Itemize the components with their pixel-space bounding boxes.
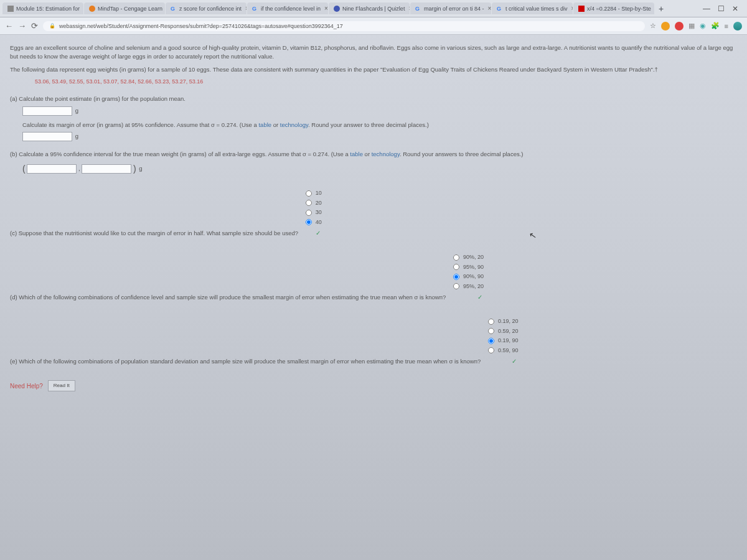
extension-icon[interactable]: ◉ xyxy=(700,22,706,30)
new-tab-button[interactable]: + xyxy=(655,4,667,14)
part-c: (c) Suppose that the nutritionist would … xyxy=(10,184,737,240)
option-row[interactable]: 90%, 20 xyxy=(451,253,486,263)
favicon-quizlet-icon xyxy=(334,6,340,12)
radio-059-20[interactable] xyxy=(488,328,494,334)
intro-text: Eggs are an excellent source of choline … xyxy=(10,44,737,62)
extensions-icon[interactable]: 🧩 xyxy=(711,22,720,30)
part-d: (d) Which of the following combinations … xyxy=(10,248,737,304)
question-text: Suppose that the nutritionist would like… xyxy=(19,230,298,236)
part-d-options: 90%, 20 95%, 90 90%, 90 95%, 20 ✓ xyxy=(450,252,487,304)
part-label: (b) xyxy=(10,151,17,157)
ci-lower-input[interactable] xyxy=(27,164,77,174)
radio-95-20[interactable] xyxy=(453,283,459,289)
part-c-options: 10 20 30 40 ✓ xyxy=(303,188,325,240)
tab-symbolab[interactable]: x/4 =0.2284 - Step-by-Ste × xyxy=(573,2,654,14)
part-a: (a) Calculate the point estimate (in gra… xyxy=(10,95,737,141)
toolbar-icons: ☆ ▦ ◉ 🧩 ≡ xyxy=(650,22,742,30)
favicon-symbolab-icon xyxy=(578,6,585,12)
open-paren: ( xyxy=(22,164,26,174)
radio-019-20[interactable] xyxy=(488,319,494,325)
back-icon[interactable]: ← xyxy=(5,21,13,30)
option-row[interactable]: 20 xyxy=(303,198,324,208)
tab-google-zscore[interactable]: G z score for confidence int × xyxy=(166,2,247,14)
option-row[interactable]: 40 xyxy=(303,218,324,228)
option-row[interactable]: 0.59, 90 xyxy=(486,346,521,356)
minimize-icon[interactable]: — xyxy=(703,4,710,13)
option-row[interactable]: 10 xyxy=(303,189,324,198)
profile-avatar[interactable] xyxy=(733,22,742,30)
question-text: Calculate the point estimate (in grams) … xyxy=(19,95,186,102)
mouse-cursor-icon: ↖ xyxy=(529,230,538,241)
reading-list-icon[interactable]: ≡ xyxy=(725,22,728,30)
option-row[interactable]: 95%, 20 xyxy=(451,282,486,292)
tab-label: MindTap - Cengage Learn xyxy=(98,6,162,12)
maximize-icon[interactable]: ☐ xyxy=(718,4,725,13)
close-icon[interactable]: × xyxy=(488,5,491,12)
question-text: Calculate a 95% confidence interval for … xyxy=(19,151,350,157)
point-estimate-input[interactable] xyxy=(22,106,72,116)
star-icon[interactable]: ☆ xyxy=(650,22,656,30)
part-label: (d) xyxy=(10,294,17,301)
option-row[interactable]: 0.59, 20 xyxy=(486,327,521,337)
tab-label: t critical value times s div xyxy=(505,6,568,12)
question-content: Eggs are an excellent source of choline … xyxy=(0,35,747,400)
technology-link[interactable]: technology xyxy=(280,121,308,128)
tab-module15[interactable]: Module 15: Estimation for × xyxy=(2,2,83,14)
tab-label: x/4 =0.2284 - Step-by-Ste xyxy=(587,6,651,12)
close-paren: ) xyxy=(133,164,136,174)
extension-icon[interactable]: ▦ xyxy=(688,22,695,30)
radio-95-90[interactable] xyxy=(453,264,459,270)
radio-40[interactable] xyxy=(306,219,312,225)
close-icon[interactable]: × xyxy=(408,5,410,12)
tab-quizlet[interactable]: Nine Flashcards | Quizlet × xyxy=(329,2,410,14)
data-values: 53.06, 53.49, 52.55, 53.01, 53.07, 52.84… xyxy=(35,78,737,86)
favicon-google-icon: G xyxy=(252,6,258,12)
unit-label: g xyxy=(139,165,142,172)
radio-90-90[interactable] xyxy=(453,274,459,280)
checkmark-icon: ✓ xyxy=(486,355,521,367)
technology-link[interactable]: technology xyxy=(372,151,400,157)
part-label: (e) xyxy=(10,358,17,365)
tab-google-margin[interactable]: G margin of error on ti 84 - × xyxy=(410,2,491,14)
radio-30[interactable] xyxy=(306,210,312,216)
close-icon[interactable]: × xyxy=(571,5,573,12)
part-label: (c) xyxy=(10,230,17,236)
unit-label: g xyxy=(75,107,78,114)
browser-tab-bar: Module 15: Estimation for × MindTap - Ce… xyxy=(0,0,747,17)
url-field[interactable]: 🔒 webassign.net/web/Student/Assignment-R… xyxy=(43,21,645,31)
checkmark-icon: ✓ xyxy=(451,291,486,303)
radio-90-20[interactable] xyxy=(453,254,459,261)
tab-mindtap[interactable]: MindTap - Cengage Learn × xyxy=(84,2,165,14)
option-row[interactable]: 30 xyxy=(303,208,324,218)
part-e-options: 0.19, 20 0.59, 20 0.19, 90 0.59, 90 ✓ xyxy=(485,316,522,368)
forward-icon[interactable]: → xyxy=(18,21,26,30)
tab-label: z score for confidence int xyxy=(179,6,242,12)
close-icon[interactable]: × xyxy=(324,5,328,12)
option-row[interactable]: 95%, 90 xyxy=(451,263,486,273)
option-row[interactable]: 90%, 90 xyxy=(451,272,486,282)
table-link[interactable]: table xyxy=(350,151,363,157)
radio-019-90[interactable] xyxy=(488,338,494,344)
tab-google-tcritical[interactable]: G t critical value times s div × xyxy=(492,2,573,14)
favicon-google-icon: G xyxy=(415,6,421,12)
margin-error-input[interactable] xyxy=(22,132,72,141)
reload-icon[interactable]: ⟳ xyxy=(31,21,38,30)
tab-google-confidence[interactable]: G if the confidence level in × xyxy=(247,2,328,14)
part-e: (e) Which of the following combinations … xyxy=(10,312,737,368)
question-text: Which of the following combinations of c… xyxy=(19,294,446,301)
option-row[interactable]: 0.19, 20 xyxy=(486,317,521,327)
extension-icon[interactable] xyxy=(661,22,670,30)
extension-icon[interactable] xyxy=(675,22,684,30)
need-help-label: Need Help? xyxy=(10,381,43,391)
tab-label: Nine Flashcards | Quizlet xyxy=(342,6,405,12)
need-help-section: Need Help? Read It xyxy=(10,380,737,391)
ci-upper-input[interactable] xyxy=(82,164,131,174)
close-icon[interactable]: × xyxy=(245,5,247,12)
radio-059-90[interactable] xyxy=(488,347,494,353)
radio-20[interactable] xyxy=(306,200,312,206)
option-row[interactable]: 0.19, 90 xyxy=(486,336,521,346)
table-link[interactable]: table xyxy=(258,121,271,128)
read-it-button[interactable]: Read It xyxy=(48,380,75,391)
close-window-icon[interactable]: ✕ xyxy=(732,4,738,13)
radio-10[interactable] xyxy=(306,190,312,197)
